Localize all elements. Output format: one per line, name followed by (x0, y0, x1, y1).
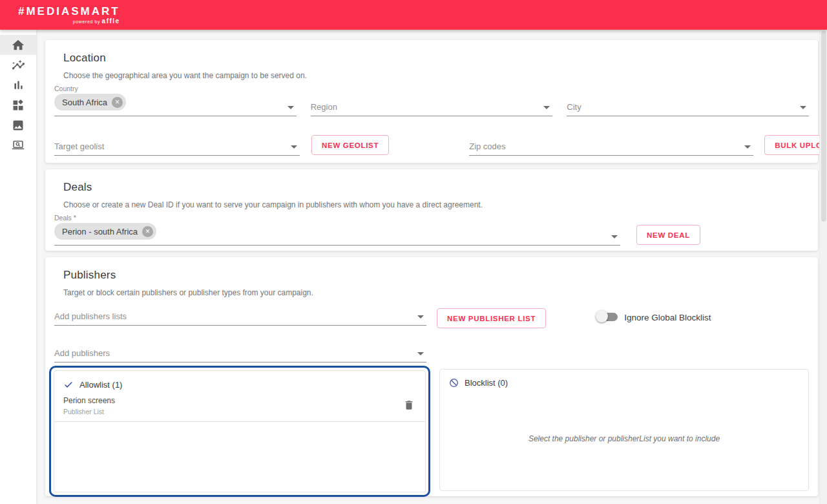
city-select[interactable]: City (567, 94, 809, 116)
insights-icon (12, 58, 25, 72)
chevron-down-icon (417, 315, 424, 319)
chevron-down-icon (291, 145, 297, 149)
new-deal-button[interactable]: NEW DEAL (636, 225, 700, 245)
sidebar-item-inventory[interactable] (0, 135, 36, 155)
image-icon (12, 119, 25, 132)
target-geolist-select[interactable]: Target geolist (54, 136, 300, 156)
allowlist-panel: Allowlist (1) Perion screens Publisher L… (54, 370, 426, 492)
home-icon (11, 38, 25, 52)
blocklist-title: Blocklist (0) (465, 378, 508, 388)
sidebar-item-widgets[interactable] (0, 95, 36, 115)
chevron-down-icon (288, 106, 294, 109)
chevron-down-icon (611, 235, 618, 238)
chevron-down-icon (800, 106, 806, 109)
deals-select[interactable]: Perion - south Africa (54, 223, 620, 246)
new-publisher-list-button[interactable]: NEW PUBLISHER LIST (437, 308, 546, 328)
city-placeholder: City (567, 103, 581, 112)
widgets-icon (12, 99, 25, 112)
allowlist-item-name: Perion screens (63, 396, 115, 405)
region-select[interactable]: Region (311, 94, 553, 116)
target-geolist-placeholder: Target geolist (54, 142, 104, 151)
block-icon (449, 378, 459, 388)
allowlist-title: Allowlist (1) (79, 380, 122, 390)
deals-title: Deals (63, 181, 809, 194)
ignore-global-blocklist-label: Ignore Global Blocklist (624, 313, 711, 322)
scrollbar-thumb[interactable] (821, 31, 826, 222)
country-label: Country (54, 85, 809, 92)
zip-codes-select[interactable]: Zip codes (469, 136, 753, 156)
logo-powered-by: powered by affle (18, 17, 120, 25)
logo-wordmark: #MEDIASMART (18, 6, 120, 17)
region-placeholder: Region (311, 103, 337, 112)
chevron-down-icon (417, 352, 424, 355)
deal-chip: Perion - south Africa (54, 223, 156, 240)
location-section: Location Choose the geographical area yo… (45, 40, 818, 163)
country-chip: South Africa (54, 94, 126, 110)
country-select[interactable]: South Africa (54, 94, 297, 116)
allowlist-item: Perion screens Publisher List (54, 395, 425, 422)
country-chip-label: South Africa (62, 98, 107, 107)
chevron-down-icon (543, 106, 550, 109)
zip-codes-placeholder: Zip codes (469, 142, 505, 151)
bar-chart-icon (12, 78, 25, 92)
chevron-down-icon (744, 145, 751, 149)
sidebar-item-home[interactable] (0, 35, 36, 55)
publishers-subtitle: Target or block certain publishers or pu… (63, 288, 809, 297)
blocklist-panel[interactable]: Blocklist (0) Select the publisher or pu… (439, 369, 809, 491)
publishers-title: Publishers (63, 269, 809, 282)
mediasmart-logo[interactable]: #MEDIASMART powered by affle (18, 6, 120, 25)
deals-section: Deals Choose or create a new Deal ID if … (45, 169, 818, 251)
ignore-global-blocklist-toggle[interactable] (596, 310, 618, 323)
app-header: #MEDIASMART powered by affle (0, 0, 827, 30)
allowlist-item-type: Publisher List (63, 408, 115, 415)
add-publishers-placeholder: Add publishers (54, 349, 110, 358)
add-publisher-lists-select[interactable]: Add publishers lists (54, 306, 426, 326)
delete-allowlist-item-button[interactable] (402, 398, 416, 414)
check-icon (63, 379, 74, 390)
country-chip-remove-icon[interactable] (112, 97, 123, 108)
sidebar-item-creatives[interactable] (0, 115, 36, 135)
bulk-upload-button[interactable]: BULK UPLOAD (764, 135, 827, 155)
sidebar-nav (0, 30, 36, 504)
add-publishers-select[interactable]: Add publishers (54, 343, 426, 362)
deals-label: Deals * (54, 214, 809, 222)
new-geolist-button[interactable]: NEW GEOLIST (311, 135, 389, 155)
affle-brand: affle (102, 17, 120, 25)
sidebar-item-reports[interactable] (0, 75, 36, 95)
add-publisher-lists-placeholder: Add publishers lists (54, 312, 127, 321)
screen-search-icon (11, 138, 25, 152)
deal-chip-label: Perion - south Africa (62, 227, 138, 236)
allowlist-panel-selected[interactable]: Allowlist (1) Perion screens Publisher L… (49, 366, 430, 497)
deal-chip-remove-icon[interactable] (142, 226, 153, 237)
location-title: Location (63, 52, 809, 65)
publishers-section: Publishers Target or block certain publi… (45, 257, 818, 496)
vertical-scrollbar[interactable] (819, 30, 827, 504)
deals-subtitle: Choose or create a new Deal ID if you wa… (63, 200, 809, 209)
blocklist-empty-message: Select the publisher or publisherList yo… (440, 434, 808, 443)
location-subtitle: Choose the geographical area you want th… (63, 71, 809, 80)
sidebar-item-insights[interactable] (0, 55, 36, 75)
trash-icon (403, 399, 415, 411)
